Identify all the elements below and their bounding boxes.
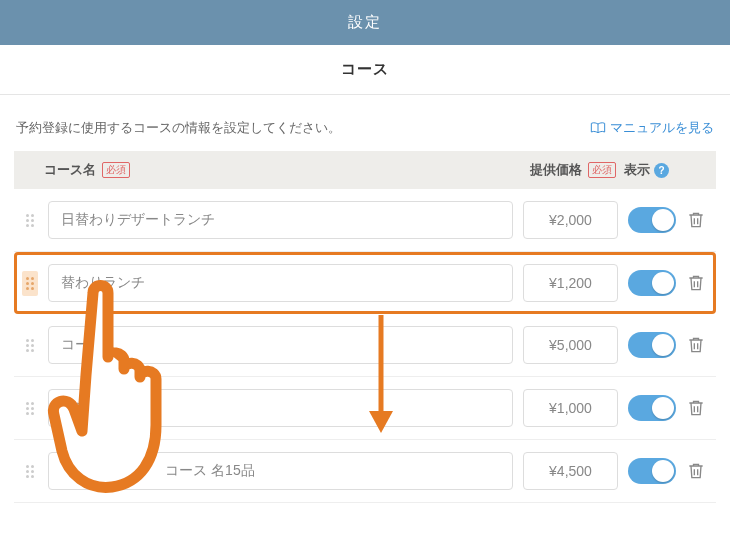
column-price-label: 提供価格 — [530, 161, 582, 179]
visibility-toggle[interactable] — [628, 332, 676, 358]
manual-link[interactable]: マニュアルを見る — [590, 119, 714, 137]
course-name-input[interactable] — [48, 201, 513, 239]
delete-button[interactable] — [686, 335, 706, 355]
delete-button[interactable] — [686, 273, 706, 293]
drag-handle-icon[interactable] — [22, 465, 38, 478]
column-show: 表示 ? — [624, 161, 704, 179]
column-show-label: 表示 — [624, 161, 650, 179]
delete-button[interactable] — [686, 461, 706, 481]
instruction-text: 予約登録に使用するコースの情報を設定してください。 — [16, 119, 341, 137]
delete-button[interactable] — [686, 398, 706, 418]
drag-handle-icon[interactable] — [22, 271, 38, 296]
course-row — [14, 252, 716, 314]
instruction-row: 予約登録に使用するコースの情報を設定してください。 マニュアルを見る — [16, 119, 714, 137]
required-badge: 必須 — [588, 162, 616, 178]
trash-icon — [686, 461, 706, 481]
courses-subheader: コース — [0, 45, 730, 95]
trash-icon — [686, 335, 706, 355]
help-icon[interactable]: ? — [654, 163, 669, 178]
course-name-input[interactable] — [48, 389, 513, 427]
course-name-input[interactable] — [48, 326, 513, 364]
settings-header: 設定 — [0, 0, 730, 45]
manual-link-label: マニュアルを見る — [610, 119, 714, 137]
course-price-input[interactable] — [523, 389, 618, 427]
visibility-toggle[interactable] — [628, 458, 676, 484]
course-price-input[interactable] — [523, 201, 618, 239]
visibility-toggle[interactable] — [628, 207, 676, 233]
settings-title: 設定 — [348, 13, 382, 32]
course-name-input[interactable] — [48, 452, 513, 490]
trash-icon — [686, 398, 706, 418]
drag-handle-icon[interactable] — [22, 214, 38, 227]
course-row — [14, 440, 716, 503]
course-price-input[interactable] — [523, 452, 618, 490]
required-badge: 必須 — [102, 162, 130, 178]
table-header: コース名 必須 提供価格 必須 表示 ? — [14, 151, 716, 189]
trash-icon — [686, 273, 706, 293]
trash-icon — [686, 210, 706, 230]
visibility-toggle[interactable] — [628, 270, 676, 296]
drag-handle-icon[interactable] — [22, 402, 38, 415]
column-price: 提供価格 必須 — [504, 161, 624, 179]
column-name: コース名 必須 — [44, 161, 504, 179]
book-icon — [590, 122, 606, 134]
content-area: 予約登録に使用するコースの情報を設定してください。 マニュアルを見る コース名 … — [0, 95, 730, 503]
courses-title: コース — [341, 60, 389, 79]
column-name-label: コース名 — [44, 161, 96, 179]
course-price-input[interactable] — [523, 264, 618, 302]
drag-handle-icon[interactable] — [22, 339, 38, 352]
delete-button[interactable] — [686, 210, 706, 230]
course-row — [14, 189, 716, 252]
course-row — [14, 377, 716, 440]
visibility-toggle[interactable] — [628, 395, 676, 421]
course-name-input[interactable] — [48, 264, 513, 302]
course-price-input[interactable] — [523, 326, 618, 364]
rows-container — [14, 189, 716, 503]
course-row — [14, 314, 716, 377]
